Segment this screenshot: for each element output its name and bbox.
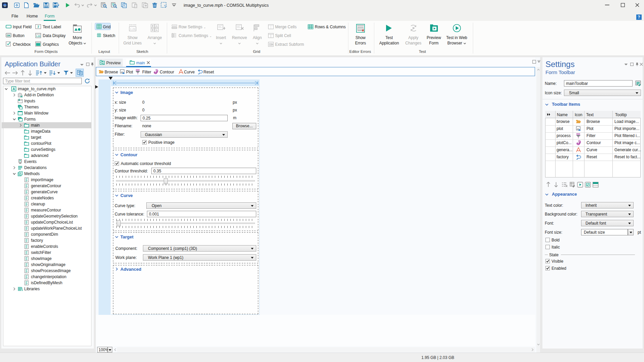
svg-text:1.23: 1.23: [130, 28, 136, 31]
svg-text:OK: OK: [7, 34, 11, 37]
svg-text:1.23: 1.23: [36, 35, 40, 37]
svg-text:T: T: [37, 25, 39, 29]
